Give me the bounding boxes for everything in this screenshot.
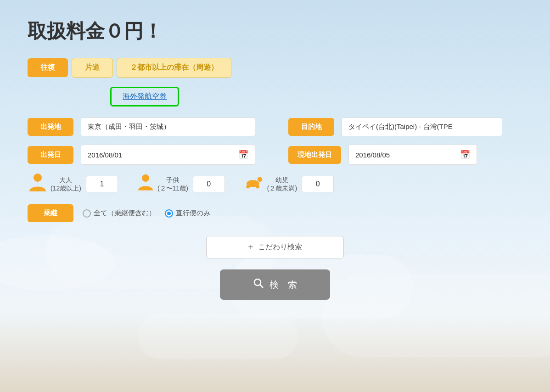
transit-row: 乗継 全て（乗継便含む） 直行便のみ bbox=[28, 204, 522, 222]
search-icon bbox=[253, 278, 264, 291]
origin-label: 出発地 bbox=[28, 118, 73, 136]
plus-icon: + bbox=[248, 242, 253, 252]
adult-icon bbox=[29, 173, 46, 195]
svg-line-7 bbox=[260, 285, 264, 288]
child-label: 子供 (２〜11歳) bbox=[157, 176, 188, 192]
return-date-field[interactable]: 2016/08/05 📅 bbox=[348, 145, 477, 165]
search-button-label: 検 索 bbox=[269, 279, 297, 291]
svg-point-2 bbox=[257, 177, 262, 182]
search-btn-row: 検 索 bbox=[28, 269, 522, 300]
svg-point-0 bbox=[34, 174, 42, 182]
infant-group: 幼児 (２歳未満) 0 bbox=[245, 176, 334, 193]
transit-all-option[interactable]: 全て（乗継便含む） bbox=[83, 209, 156, 218]
overseas-link-box: 海外発航空券 bbox=[110, 87, 179, 106]
adult-label: 大人 (12歳以上) bbox=[51, 176, 81, 192]
destination-field[interactable]: タイペイ(台北)(Taipei) - 台湾(TPE bbox=[342, 118, 502, 136]
adult-group: 大人 (12歳以上) 1 bbox=[29, 173, 118, 195]
child-count[interactable]: 0 bbox=[193, 176, 225, 192]
destination-label: 目的地 bbox=[288, 118, 334, 136]
origin-field[interactable]: 東京（成田・羽田・茨城） bbox=[81, 118, 255, 136]
transit-all-label: 全て（乗継便含む） bbox=[94, 209, 156, 218]
child-icon bbox=[138, 174, 153, 194]
child-group: 子供 (２〜11歳) 0 bbox=[138, 174, 225, 194]
departure-label: 出発日 bbox=[28, 146, 73, 164]
svg-point-1 bbox=[142, 174, 149, 182]
overseas-link-row: 海外発航空券 bbox=[28, 87, 522, 106]
return-calendar-icon: 📅 bbox=[460, 150, 470, 160]
tab-one-way[interactable]: 片道 bbox=[72, 58, 113, 78]
transit-label: 乗継 bbox=[28, 204, 73, 222]
svg-point-5 bbox=[256, 185, 259, 188]
passengers-row: 大人 (12歳以上) 1 子供 (２〜11歳) 0 bbox=[29, 173, 522, 195]
transit-direct-radio[interactable] bbox=[165, 209, 173, 218]
origin-value: 東京（成田・羽田・茨城） bbox=[88, 123, 170, 131]
transit-direct-label: 直行便のみ bbox=[176, 209, 210, 218]
advanced-search-row: + こだわり検索 bbox=[28, 236, 522, 258]
infant-icon bbox=[245, 176, 263, 193]
transit-direct-option[interactable]: 直行便のみ bbox=[165, 209, 210, 218]
return-date-value: 2016/08/05 bbox=[355, 151, 390, 159]
search-button[interactable]: 検 索 bbox=[220, 269, 330, 300]
main-content: 取扱料金０円！ 往復 片道 ２都市以上の滞在（周遊） 海外発航空券 出発地 東京… bbox=[0, 0, 550, 318]
infant-count[interactable]: 0 bbox=[302, 176, 334, 192]
infant-label: 幼児 (２歳未満) bbox=[267, 176, 297, 192]
adult-count[interactable]: 1 bbox=[86, 176, 118, 192]
svg-point-6 bbox=[254, 279, 261, 286]
tab-multi-city[interactable]: ２都市以上の滞在（周遊） bbox=[117, 58, 231, 78]
tab-round-trip[interactable]: 往復 bbox=[28, 58, 68, 77]
return-label: 現地出発日 bbox=[288, 146, 341, 164]
date-row: 出発日 2016/08/01 📅 現地出発日 2016/08/05 📅 bbox=[28, 145, 522, 165]
advanced-search-label: こだわり検索 bbox=[258, 242, 302, 252]
advanced-search-button[interactable]: + こだわり検索 bbox=[206, 236, 344, 258]
origin-destination-row: 出発地 東京（成田・羽田・茨城） 目的地 タイペイ(台北)(Taipei) - … bbox=[28, 118, 522, 136]
transit-all-radio[interactable] bbox=[83, 209, 91, 218]
departure-date-value: 2016/08/01 bbox=[88, 151, 122, 159]
page-title: 取扱料金０円！ bbox=[28, 18, 522, 44]
trip-type-row: 往復 片道 ２都市以上の滞在（周遊） bbox=[28, 58, 522, 78]
overseas-link[interactable]: 海外発航空券 bbox=[123, 92, 167, 100]
destination-value: タイペイ(台北)(Taipei) - 台湾(TPE bbox=[348, 123, 453, 131]
departure-date-field[interactable]: 2016/08/01 📅 bbox=[81, 145, 255, 165]
departure-calendar-icon: 📅 bbox=[238, 150, 248, 160]
svg-point-4 bbox=[246, 185, 250, 188]
